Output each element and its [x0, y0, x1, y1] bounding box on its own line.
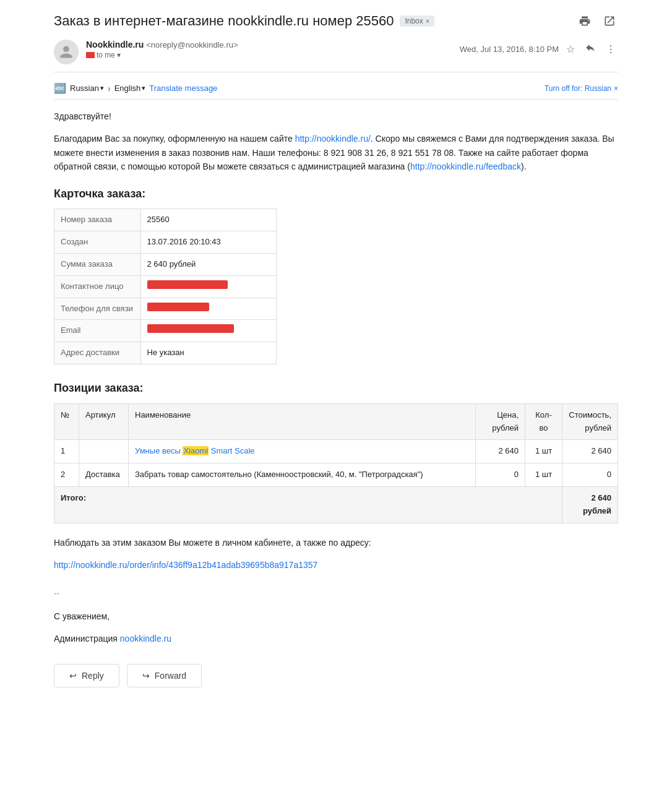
avatar [54, 40, 79, 64]
email-header: Nookkindle.ru <noreply@nookkindle.ru> to… [54, 40, 618, 72]
reply-action-button[interactable]: ↩ Reply [54, 664, 119, 687]
row2-price: 0 [476, 463, 525, 487]
redacted-email [147, 324, 234, 333]
reply-icon: ↩ [69, 671, 77, 681]
order-number-label: Номер заказа [54, 209, 141, 231]
order-card-table: Номер заказа 25560 Создан 13.07.2016 20:… [54, 209, 277, 364]
table-row: 1 Умные весы Xiaomi Smart Scale 2 640 1 … [54, 440, 618, 463]
product-link[interactable]: Умные весы Xiaomi Smart Scale [135, 446, 255, 455]
contact-label: Контактное лицо [54, 275, 141, 298]
footer-text: Наблюдать за этим заказом Вы можете в ли… [54, 536, 618, 549]
site-link[interactable]: http://nookkindle.ru/ [295, 134, 371, 144]
table-row: Адрес доставки Не указан [54, 342, 277, 364]
col-price: Цена, рублей [476, 403, 525, 440]
redacted-phone [147, 303, 209, 311]
row2-qty: 1 шт [525, 463, 562, 487]
to-me-label: to me [97, 51, 115, 59]
intro-paragraph: Благодарим Вас за покупку, оформленную н… [54, 132, 618, 173]
target-lang-label: English [114, 84, 141, 93]
positions-title: Позиции заказа: [54, 379, 618, 397]
print-button[interactable] [576, 12, 593, 30]
positions-header-row: № Артикул Наименование Цена, рублей Кол-… [54, 403, 618, 440]
order-link[interactable]: http://nookkindle.ru/order/info/436ff9a1… [54, 560, 317, 570]
turn-off-translate[interactable]: Turn off for: Russian × [545, 84, 618, 93]
forward-icon: ↪ [142, 671, 150, 681]
contact-value [140, 275, 276, 298]
source-lang-chevron: ▾ [100, 84, 104, 92]
order-number-value: 25560 [140, 209, 276, 231]
table-row: Контактное лицо [54, 275, 277, 298]
row1-article [79, 440, 129, 463]
sender-name: Nookkindle.ru [86, 40, 144, 50]
row2-num: 2 [54, 463, 79, 487]
row2-article: Доставка [79, 463, 129, 487]
order-card-title: Карточка заказа: [54, 185, 618, 203]
col-qty: Кол-во [525, 403, 562, 440]
col-article: Артикул [79, 403, 129, 440]
inbox-close-icon[interactable]: × [426, 17, 429, 25]
table-row: 2 Доставка Забрать товар самостоятельно … [54, 463, 618, 487]
address-value: Не указан [140, 342, 276, 364]
action-buttons: ↩ Reply ↪ Forward [54, 664, 618, 687]
source-lang-label: Russian [70, 84, 99, 93]
inbox-badge: Inbox × [400, 15, 434, 27]
positions-table: № Артикул Наименование Цена, рублей Кол-… [54, 403, 618, 523]
star-button[interactable]: ☆ [564, 41, 577, 58]
table-row: Телефон для связи [54, 298, 277, 320]
signature: -- С уважением, Администрация nookkindle… [54, 587, 618, 645]
translate-arrow: › [108, 84, 111, 93]
turn-off-label: Turn off for: Russian [545, 84, 611, 93]
total-row: Итого: 2 640 рублей [54, 486, 618, 523]
signature-dashes: -- [54, 587, 618, 600]
row1-num: 1 [54, 440, 79, 463]
open-external-button[interactable] [601, 12, 618, 30]
row1-name: Умные весы Xiaomi Smart Scale [129, 440, 476, 463]
signature-name: Администрация nookkindle.ru [54, 632, 618, 645]
footer-section: Наблюдать за этим заказом Вы можете в ли… [54, 536, 618, 572]
translate-message-link[interactable]: Translate message [149, 84, 217, 93]
table-row: Номер заказа 25560 [54, 209, 277, 231]
row2-name: Забрать товар самостоятельно (Каменноост… [129, 463, 476, 487]
row1-qty: 1 шт [525, 440, 562, 463]
signature-regards: С уважением, [54, 609, 618, 623]
forward-label: Forward [155, 671, 186, 681]
col-num: № [54, 403, 79, 440]
inbox-label: Inbox [405, 17, 423, 25]
col-total: Стоимость, рублей [562, 403, 618, 440]
total-label: Итого: [54, 486, 562, 523]
row1-total: 2 640 [562, 440, 618, 463]
address-label: Адрес доставки [54, 342, 141, 364]
col-name: Наименование [129, 403, 476, 440]
created-value: 13.07.2016 20:10:43 [140, 231, 276, 254]
redacted-contact [147, 280, 228, 289]
feedback-link[interactable]: http://nookkindle.ru/feedback [410, 161, 521, 171]
table-row: Сумма заказа 2 640 рублей [54, 253, 277, 275]
signature-link[interactable]: nookkindle.ru [120, 634, 171, 644]
email-body: Здравствуйте! Благодарим Вас за покупку,… [54, 110, 618, 645]
reply-button[interactable] [582, 40, 598, 58]
sum-value: 2 640 рублей [140, 253, 276, 275]
email-meta: Wed, Jul 13, 2016, 8:10 PM ☆ ⋮ [460, 40, 618, 58]
more-options-button[interactable]: ⋮ [603, 41, 618, 58]
phone-value [140, 298, 276, 320]
email-subject: Заказ в интернет-магазине nookkindle.ru … [54, 13, 394, 29]
translate-icon: 🔤 [54, 82, 66, 94]
forward-action-button[interactable]: ↪ Forward [127, 664, 202, 687]
target-lang-button[interactable]: English ▾ [114, 84, 146, 93]
row1-price: 2 640 [476, 440, 525, 463]
created-label: Создан [54, 231, 141, 254]
xiaomi-highlight: Xiaomi [183, 446, 209, 455]
turn-off-close-icon[interactable]: × [614, 84, 618, 93]
translate-bar: 🔤 Russian ▾ › English ▾ Translate messag… [54, 77, 618, 100]
reply-label: Reply [82, 671, 104, 681]
email-date: Wed, Jul 13, 2016, 8:10 PM [460, 45, 559, 54]
greeting: Здравствуйте! [54, 110, 618, 123]
row2-total: 0 [562, 463, 618, 487]
sender-info: Nookkindle.ru <noreply@nookkindle.ru> to… [86, 40, 460, 59]
email-label: Email [54, 320, 141, 342]
to-me[interactable]: to me ▾ [86, 51, 460, 59]
table-row: Создан 13.07.2016 20:10:43 [54, 231, 277, 254]
sender-email: <noreply@nookkindle.ru> [146, 40, 238, 50]
table-row: Email [54, 320, 277, 342]
source-lang-button[interactable]: Russian ▾ [70, 84, 104, 93]
